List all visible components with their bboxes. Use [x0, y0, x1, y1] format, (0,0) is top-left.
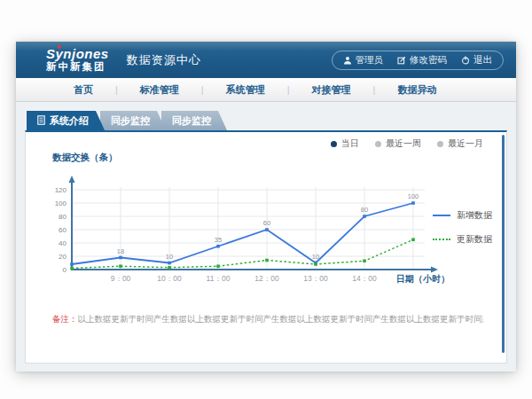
content-area: 系统介绍 同步监控 同步监控 当日 最近一周 — [16, 102, 516, 372]
brand-logo: Synjones 新中新集团 — [46, 47, 109, 73]
x-tick-label: 14：00 — [352, 274, 377, 283]
y-axis-arrow-icon — [69, 176, 75, 183]
x-tick-label: 11：00 — [207, 274, 231, 283]
data-point — [216, 264, 220, 268]
x-tick-label: 9：00 — [111, 274, 131, 283]
page-title: 数据资源中心 — [127, 52, 201, 68]
app-window: Synjones 新中新集团 数据资源中心 管理员 修改密码 — [16, 42, 516, 372]
data-point — [168, 262, 171, 265]
tab-label: 同步监控 — [111, 114, 150, 128]
data-point — [119, 256, 122, 260]
data-point — [265, 228, 269, 231]
legend-item-new-data: 新增数据 — [433, 209, 492, 222]
page-background: Synjones 新中新集团 数据资源中心 管理员 修改密码 — [0, 0, 532, 399]
radio-dot-icon — [437, 141, 443, 147]
x-tick-label: 13：00 — [303, 274, 328, 283]
point-label: 10 — [166, 253, 173, 261]
data-point — [168, 266, 171, 270]
radio-last-week-label: 最近一周 — [386, 137, 421, 150]
radio-last-month-label: 最近一月 — [448, 137, 483, 150]
y-tick-label: 0 — [63, 266, 67, 274]
panel-scrollbar[interactable] — [502, 135, 505, 353]
main-nav: 首页 | 标准管理 | 系统管理 | 对接管理 | 数据异动 — [16, 78, 516, 102]
data-point — [363, 215, 366, 218]
nav-item-interface-mgmt[interactable]: 对接管理 — [290, 83, 373, 97]
radio-today-label: 当日 — [341, 137, 359, 150]
admin-user-label: 管理员 — [356, 54, 384, 66]
edit-icon — [397, 56, 406, 65]
data-point — [70, 262, 74, 266]
nav-item-data-change[interactable]: 数据异动 — [375, 83, 458, 97]
y-tick-label: 100 — [55, 200, 67, 207]
dotted-line-icon — [433, 239, 450, 240]
radio-dot-icon — [331, 141, 337, 147]
y-axis-title: 数据交换（条） — [52, 152, 118, 164]
point-label: 10 — [312, 253, 319, 261]
point-label: 60 — [263, 219, 270, 227]
tab-system-intro[interactable]: 系统介绍 — [27, 111, 105, 130]
y-tick-label: 40 — [59, 239, 66, 247]
logo-main-text: Synjones — [46, 47, 109, 60]
tab-label: 系统介绍 — [50, 114, 89, 128]
data-point — [411, 238, 415, 241]
radio-last-month[interactable]: 最近一月 — [437, 137, 483, 150]
radio-today[interactable]: 当日 — [331, 137, 359, 150]
x-axis-title: 日期（小时） — [396, 274, 450, 284]
change-password-button[interactable]: 修改密码 — [397, 54, 447, 66]
data-point — [70, 267, 74, 270]
point-label: 35 — [215, 236, 222, 244]
logout-icon — [461, 56, 470, 65]
data-point — [216, 245, 220, 248]
y-tick-label: 80 — [59, 213, 66, 221]
data-point — [314, 262, 317, 266]
point-label: 18 — [117, 247, 124, 255]
app-header: Synjones 新中新集团 数据资源中心 管理员 修改密码 — [16, 42, 516, 78]
header-actions-group: 管理员 修改密码 退出 — [332, 51, 505, 70]
radio-last-week[interactable]: 最近一周 — [375, 137, 421, 150]
legend-label: 更新数据 — [457, 233, 492, 246]
data-point — [119, 264, 122, 268]
data-point — [363, 259, 366, 262]
data-point — [411, 201, 415, 205]
time-range-radio-group: 当日 最近一周 最近一月 — [331, 137, 483, 150]
line-chart: 0204060801001209：0010：0011：0012：0013：001… — [36, 168, 480, 292]
chart-panel: 当日 最近一周 最近一月 数据交换（条） 0204060801001209：00… — [25, 130, 507, 364]
document-icon — [37, 115, 45, 127]
legend-item-update-data: 更新数据 — [433, 233, 492, 246]
change-password-label: 修改密码 — [410, 54, 447, 66]
legend-label: 新增数据 — [457, 209, 492, 222]
solid-line-icon — [433, 215, 450, 216]
tab-bar: 系统介绍 同步监控 同步监控 — [25, 111, 507, 130]
nav-item-system-mgmt[interactable]: 系统管理 — [204, 83, 287, 97]
tab-sync-monitor-2[interactable]: 同步监控 — [161, 111, 227, 130]
point-label: 80 — [361, 206, 368, 214]
footnote-text: 以上数据更新于时间产生数据以上数据更新于时间产生数据以上数据更新于时间产生数据以… — [78, 314, 484, 324]
chart-legend: 新增数据 更新数据 — [433, 209, 492, 246]
y-tick-label: 120 — [55, 186, 67, 194]
tab-sync-monitor-1[interactable]: 同步监控 — [100, 111, 166, 130]
nav-item-standard-mgmt[interactable]: 标准管理 — [118, 83, 201, 97]
logo-sub-text: 新中新集团 — [46, 62, 109, 73]
footnote: 备注：以上数据更新于时间产生数据以上数据更新于时间产生数据以上数据更新于时间产生… — [52, 314, 483, 325]
user-icon — [343, 56, 352, 65]
tab-label: 同步监控 — [172, 114, 211, 128]
admin-user-button[interactable]: 管理员 — [343, 54, 384, 66]
y-tick-label: 20 — [59, 253, 66, 261]
y-tick-label: 60 — [59, 226, 66, 234]
data-point — [265, 259, 269, 262]
x-axis-arrow-icon — [431, 267, 438, 273]
logout-button[interactable]: 退出 — [461, 54, 492, 66]
point-label: 100 — [408, 192, 419, 200]
x-tick-label: 12：00 — [254, 274, 279, 283]
nav-item-home[interactable]: 首页 — [51, 83, 115, 97]
radio-dot-icon — [375, 141, 381, 147]
logout-label: 退出 — [473, 54, 492, 66]
x-tick-label: 10：00 — [157, 274, 182, 283]
footnote-prefix: 备注： — [52, 314, 78, 324]
